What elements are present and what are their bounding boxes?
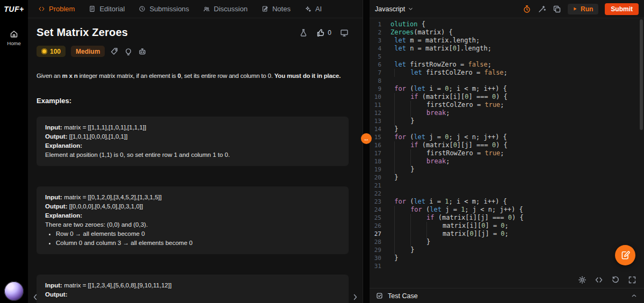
topics-button[interactable] — [110, 47, 119, 56]
prev-problem-button[interactable] — [31, 293, 40, 301]
people-icon — [203, 5, 210, 12]
compose-icon — [620, 250, 630, 260]
code-view-button[interactable] — [595, 276, 603, 284]
example-line: Output: [[0,0,0,0],[0,4,5,0],[0,3,1,0]] — [45, 202, 340, 211]
notes-fab-button[interactable] — [615, 245, 635, 265]
tab-ai[interactable]: AI — [298, 0, 329, 18]
copy-button[interactable] — [553, 5, 561, 13]
hint-button[interactable] — [124, 47, 133, 56]
code-text: let m = matrix.length; — [390, 37, 480, 45]
example-bullet: Column 0 and column 3 → all elements bec… — [56, 239, 340, 248]
history-icon — [611, 276, 620, 284]
reset-code-button[interactable] — [611, 276, 620, 284]
code-text: } — [390, 246, 414, 254]
example-line-label: Explanation: — [45, 142, 82, 149]
line-number: 26 — [370, 222, 381, 230]
tab-discussion[interactable]: Discussion — [196, 0, 255, 18]
line-number: 12 — [370, 109, 381, 117]
code-lines: 1olution {2Zeroes(matrix) {3 let m = mat… — [370, 20, 644, 270]
language-value: Javascript — [375, 5, 405, 13]
code-text: let firstColZero = false; — [390, 69, 508, 77]
code-text: if (matrix[0][j] === 0) { — [390, 141, 508, 149]
example-explanation: Element at position (1,1) is 0, so set e… — [45, 150, 340, 160]
example-card: Input: matrix = [[0,1,2,0],[3,4,5,2],[1,… — [37, 186, 349, 254]
flask-button[interactable] — [299, 28, 308, 37]
code-text: if (matrix[i][0] === 0) { — [390, 93, 508, 101]
example-line: Output: — [45, 290, 340, 299]
code-line: 16 if (matrix[0][j] === 0) { — [370, 141, 644, 149]
example-line: Output: [[1,0,1],[0,0,0],[1,0,1]] — [45, 132, 340, 141]
code-line: 10 if (matrix[i][0] === 0) { — [370, 93, 644, 101]
difficulty-badge: Medium — [71, 46, 105, 57]
submit-button[interactable]: Submit — [605, 3, 639, 15]
code-line: 2Zeroes(matrix) { — [370, 28, 644, 37]
line-number: 3 — [370, 37, 381, 45]
line-number: 9 — [370, 85, 381, 93]
code-text: Zeroes(matrix) { — [390, 28, 453, 37]
example-line: Explanation: — [45, 141, 340, 150]
editor-panel: Javascript Run Submit 1olution {2Zeroes(… — [370, 0, 644, 303]
example-line-label: Input: — [45, 124, 62, 131]
code-line: 23 for (let i = 1; i < m; i++) { — [370, 198, 644, 206]
line-number: 13 — [370, 117, 381, 125]
editor-scrollbar[interactable] — [640, 19, 643, 130]
code-brackets-icon — [595, 276, 603, 284]
tab-label: Editorial — [99, 5, 125, 13]
code-line: 3 let m = matrix.length; — [370, 37, 644, 45]
points-value: 100 — [50, 48, 61, 55]
code-text: firstRowZero = true; — [390, 149, 504, 157]
statement-segment: integer matrix matrix, if an element is — [77, 73, 177, 79]
editor-header: Javascript Run Submit — [370, 0, 644, 18]
run-button[interactable]: Run — [568, 4, 598, 15]
tab-label: AI — [315, 5, 322, 13]
line-number: 8 — [370, 77, 381, 85]
testcase-bar[interactable]: Test Case — [370, 288, 644, 303]
app: TUF+ Home Problem Editorial Submissions — [0, 0, 644, 303]
line-number: 27 — [370, 230, 381, 238]
sparkle-icon — [305, 5, 312, 12]
like-button[interactable]: 0 — [316, 28, 331, 37]
tab-submissions[interactable]: Submissions — [132, 0, 196, 18]
code-line: 29 } — [370, 246, 644, 254]
line-number: 28 — [370, 238, 381, 246]
code-line: 9 for (let i = 0; i < m; i++) { — [370, 85, 644, 93]
likes-count: 0 — [328, 29, 331, 37]
desktop-button[interactable] — [340, 28, 349, 37]
tuf-logo[interactable]: TUF+ — [4, 5, 24, 13]
line-number: 5 — [370, 53, 381, 61]
tab-problem[interactable]: Problem — [31, 0, 82, 18]
next-problem-button[interactable] — [351, 293, 359, 301]
sidebar-item-home[interactable]: Home — [7, 30, 20, 46]
language-select[interactable]: Javascript — [375, 5, 414, 13]
code-text: if (matrix[i][j] === 0) { — [390, 214, 524, 222]
code-line: 22 — [370, 190, 644, 198]
tab-editorial[interactable]: Editorial — [82, 0, 132, 18]
chevron-up-icon — [631, 292, 638, 299]
left-rail: TUF+ Home — [0, 0, 28, 303]
settings-button[interactable] — [578, 276, 587, 284]
code-editor[interactable]: 1olution {2Zeroes(matrix) {3 let m = mat… — [370, 18, 644, 272]
tab-notes[interactable]: Notes — [255, 0, 298, 18]
line-number: 23 — [370, 198, 381, 206]
example-line-label: Input: — [45, 282, 62, 288]
code-text: } — [390, 254, 398, 262]
code-line: 19 } — [370, 165, 644, 174]
avatar[interactable] — [4, 282, 24, 301]
line-number: 18 — [370, 157, 381, 165]
tab-label: Problem — [49, 5, 75, 13]
format-button[interactable] — [538, 5, 546, 13]
code-line: 7 let firstColZero = false; — [370, 69, 644, 77]
example-line-label: Output: — [45, 291, 68, 298]
code-text: for (let i = 1; i < m; i++) { — [390, 198, 507, 206]
timer-button[interactable] — [523, 5, 531, 13]
fullscreen-button[interactable] — [628, 276, 636, 284]
fullscreen-icon — [628, 276, 636, 284]
ai-helper-button[interactable] — [138, 47, 147, 56]
example-line: Input: matrix = [[0,1,2,0],[3,4,5,2],[1,… — [45, 193, 340, 202]
collapse-testcase-button[interactable] — [631, 292, 638, 299]
chevron-left-icon — [31, 293, 40, 301]
resize-handle[interactable]: ↔ — [361, 133, 372, 144]
example-card: Input: matrix = [[1,2,3,4],[5,6,0,8],[9,… — [37, 275, 349, 303]
points-badge: 100 — [37, 46, 66, 57]
line-number: 31 — [370, 262, 381, 270]
